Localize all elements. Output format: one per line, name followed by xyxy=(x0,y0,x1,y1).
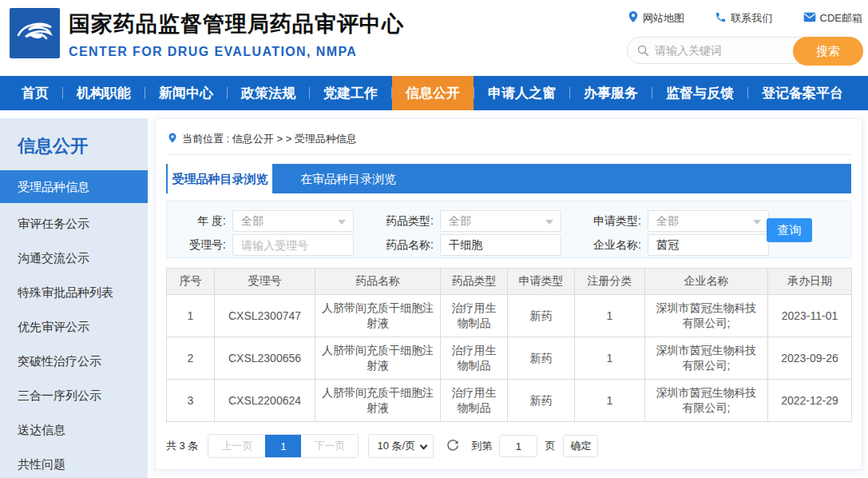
col-company: 企业名称 xyxy=(645,269,768,295)
chevron-down-icon xyxy=(753,220,761,225)
sidebar-item-common-issues[interactable]: 共性问题 xyxy=(0,447,148,478)
site-title: 国家药品监督管理局药品审评中心 xyxy=(69,10,404,38)
total-count: 共 3 条 xyxy=(166,439,198,453)
year-label: 年 度: xyxy=(175,214,226,229)
cell-drug-name: 人脐带间充质干细胞注射液 xyxy=(315,295,441,337)
sidebar-item-three-in-one[interactable]: 三合一序列公示 xyxy=(0,378,148,412)
header-links: 网站地图 联系我们 CDE邮箱 xyxy=(628,10,862,26)
table-row: 2 CXSL2300656 人脐带间充质干细胞注射液 治疗用生物制品 新药 1 … xyxy=(167,337,852,380)
mailbox-link[interactable]: CDE邮箱 xyxy=(803,10,862,26)
search-button[interactable]: 搜索 xyxy=(793,37,863,66)
sitemap-link[interactable]: 网站地图 xyxy=(628,10,684,26)
prev-page-button[interactable]: 上一页 xyxy=(208,435,265,457)
nav-item-org-functions[interactable]: 机构职能 xyxy=(63,76,145,110)
search-input[interactable] xyxy=(655,38,787,62)
tab-accepted-catalog[interactable]: 受理品种目录浏览 xyxy=(168,164,272,193)
page-size-select[interactable]: 10 条/页 xyxy=(368,434,434,458)
cell-date: 2023-09-26 xyxy=(768,337,852,380)
swan-logo-icon xyxy=(14,14,56,53)
search-icon xyxy=(636,44,650,61)
filter-panel: 年 度: 全部 药品类型: 全部 申请类型: 全部 受 xyxy=(166,201,851,258)
company-name-label: 企业名称: xyxy=(585,238,641,253)
cell-reg-class: 1 xyxy=(575,337,645,380)
page-button-group: 上一页 1 下一页 xyxy=(208,434,359,458)
confirm-button[interactable]: 确定 xyxy=(563,435,598,457)
refresh-button[interactable] xyxy=(446,439,460,453)
nav-item-registration-platform[interactable]: 登记备案平台 xyxy=(748,76,857,110)
results-table: 序号 受理号 药品名称 药品类型 申请类型 注册分类 企业名称 承办日期 1 C… xyxy=(166,268,852,422)
cell-apply-type: 新药 xyxy=(508,337,575,380)
site-title-block: 国家药品监督管理局药品审评中心 CENTER FOR DRUG EVALUATI… xyxy=(69,10,404,59)
nav-item-services[interactable]: 办事服务 xyxy=(570,76,652,110)
page: 国家药品监督管理局药品审评中心 CENTER FOR DRUG EVALUATI… xyxy=(0,0,868,478)
drug-type-select-value: 全部 xyxy=(449,214,471,227)
filter-row-1: 年 度: 全部 药品类型: 全部 申请类型: 全部 xyxy=(175,210,842,232)
contact-link[interactable]: 联系我们 xyxy=(715,10,772,26)
col-date: 承办日期 xyxy=(768,269,852,295)
pagination: 共 3 条 上一页 1 下一页 10 条/页 到第 页 确定 xyxy=(166,434,851,458)
tab-strip: 受理品种目录浏览 在审品种目录浏览 xyxy=(166,164,851,193)
col-drug-type: 药品类型 xyxy=(441,269,508,295)
nav-item-supervision-feedback[interactable]: 监督与反馈 xyxy=(652,76,747,110)
cell-reg-class: 1 xyxy=(575,295,645,337)
cell-apply-type: 新药 xyxy=(508,380,575,422)
breadcrumb: 当前位置 : 信息公开 > > 受理品种信息 xyxy=(166,129,851,155)
apply-type-label: 申请类型: xyxy=(585,214,641,229)
nav-item-info-disclosure[interactable]: 信息公开 xyxy=(392,76,474,110)
nav-item-applicant-window[interactable]: 申请人之窗 xyxy=(474,76,569,110)
cell-date: 2022-12-29 xyxy=(768,380,852,422)
sidebar-item-breakthrough-therapy[interactable]: 突破性治疗公示 xyxy=(0,344,148,378)
cell-acceptance-no: CXSL2200624 xyxy=(215,380,315,422)
nav-item-news[interactable]: 新闻中心 xyxy=(145,76,227,110)
tab-under-review-catalog[interactable]: 在审品种目录浏览 xyxy=(272,164,424,193)
main-nav: 首页 机构职能 新闻中心 政策法规 党建工作 信息公开 申请人之窗 办事服务 监… xyxy=(0,76,868,110)
mail-icon xyxy=(803,12,816,25)
drug-name-input[interactable] xyxy=(440,234,561,256)
nav-item-party-building[interactable]: 党建工作 xyxy=(310,76,391,110)
sidebar-item-delivery-info[interactable]: 送达信息 xyxy=(0,412,148,447)
search-bar: 搜索 xyxy=(627,37,863,64)
nav-item-home[interactable]: 首页 xyxy=(8,76,62,110)
main-content: 当前位置 : 信息公开 > > 受理品种信息 受理品种目录浏览 在审品种目录浏览… xyxy=(155,118,862,470)
mailbox-label: CDE邮箱 xyxy=(820,11,862,26)
filter-row-2: 受理号: 药品名称: 企业名称: xyxy=(175,234,842,256)
drug-type-select[interactable]: 全部 xyxy=(440,210,561,232)
site-subtitle: CENTER FOR DRUG EVALUATION, NMPA xyxy=(69,45,404,59)
apply-type-select-value: 全部 xyxy=(656,214,679,227)
acceptance-no-label: 受理号: xyxy=(175,238,226,253)
goto-page-input[interactable] xyxy=(499,435,537,457)
nav-item-policy[interactable]: 政策法规 xyxy=(228,76,309,110)
acceptance-no-input[interactable] xyxy=(232,234,354,256)
table-header-row: 序号 受理号 药品名称 药品类型 申请类型 注册分类 企业名称 承办日期 xyxy=(167,269,852,295)
sidebar-item-special-approval[interactable]: 特殊审批品种列表 xyxy=(0,275,148,309)
next-page-button[interactable]: 下一页 xyxy=(301,435,358,457)
cell-drug-type: 治疗用生物制品 xyxy=(441,337,508,380)
sidebar-item-accepted-varieties[interactable]: 受理品种信息 xyxy=(0,170,148,203)
page-1-button[interactable]: 1 xyxy=(265,435,301,457)
cell-company: 深圳市茵冠生物科技有限公司; xyxy=(645,337,768,380)
goto-page-label: 到第 xyxy=(471,439,492,453)
sidebar-item-priority-review[interactable]: 优先审评公示 xyxy=(0,309,148,344)
year-select-value: 全部 xyxy=(241,214,264,227)
cell-drug-name: 人脐带间充质干细胞注射液 xyxy=(315,337,441,380)
sidebar-item-communication[interactable]: 沟通交流公示 xyxy=(0,241,148,275)
cell-company: 深圳市茵冠生物科技有限公司; xyxy=(645,295,768,337)
cde-logo[interactable] xyxy=(10,8,60,58)
company-name-input[interactable] xyxy=(648,234,769,256)
col-apply-type: 申请类型 xyxy=(508,269,575,295)
drug-name-label: 药品名称: xyxy=(378,238,434,253)
sidebar: 信息公开 受理品种信息 审评任务公示 沟通交流公示 特殊审批品种列表 优先审评公… xyxy=(0,118,148,478)
cell-drug-type: 治疗用生物制品 xyxy=(441,295,508,337)
chevron-down-icon xyxy=(420,442,428,450)
query-button[interactable]: 查询 xyxy=(767,218,812,242)
col-drug-name: 药品名称 xyxy=(315,269,441,295)
year-select[interactable]: 全部 xyxy=(232,210,354,232)
drug-type-label: 药品类型: xyxy=(378,214,434,229)
cell-acceptance-no: CXSL2300747 xyxy=(215,295,315,337)
col-acceptance-no: 受理号 xyxy=(215,269,315,295)
chevron-down-icon xyxy=(545,220,553,225)
col-seq: 序号 xyxy=(167,269,215,295)
sitemap-label: 网站地图 xyxy=(643,11,684,26)
sidebar-item-review-tasks[interactable]: 审评任务公示 xyxy=(0,206,148,241)
apply-type-select[interactable]: 全部 xyxy=(648,210,769,232)
